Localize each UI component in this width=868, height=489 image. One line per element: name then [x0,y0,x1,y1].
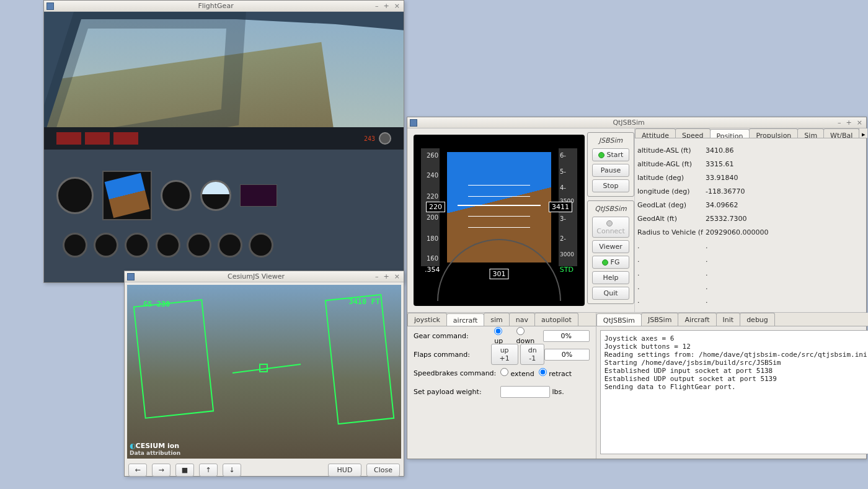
payload-label: Set payload weight: [414,388,500,396]
data-row: Radius to Vehicle (f20929060.000000 [637,225,865,239]
log-output[interactable]: Joystick axes = 6 Joystick buttons = 12 … [600,330,868,454]
viewer-button[interactable]: Viewer [592,240,629,253]
nav-down-button[interactable]: ↓ [223,464,241,477]
data-tabbar: AttitudeSpeedPositionPropulsionSimWt/Bal… [635,128,867,138]
cesium-viewport[interactable]: GS 230 3410 FT ◐CESIUM ion Data attribut… [127,285,401,459]
flightgear-viewport[interactable]: 243 [44,12,404,282]
tab-sim[interactable]: sim [484,313,510,326]
tab-speed[interactable]: Speed [675,128,710,138]
start-button[interactable]: Start [592,148,629,161]
gear-pct: 0% [543,330,590,342]
gear-label: Gear command: [414,332,494,340]
app-icon [127,273,135,280]
maximize-icon[interactable]: + [845,119,853,127]
tab-log-jsbsim[interactable]: JSBSim [641,313,678,326]
fg-button[interactable]: FG [592,256,629,269]
minimize-icon[interactable]: – [374,2,380,10]
jsbsim-controls: JSBSim Start Pause Stop [587,132,634,197]
baro-std: STD [560,266,574,274]
tab-nav[interactable]: nav [509,313,535,326]
tab-log-aircraft[interactable]: Aircraft [678,313,716,326]
flaps-dn-button[interactable]: dn -1 [520,344,544,365]
maximize-icon[interactable]: + [383,272,391,280]
nav-up-button[interactable]: ↑ [199,464,218,477]
data-row: longitude (deg)-118.36770 [637,184,865,198]
data-row: .. [637,239,865,253]
payload-unit: lbs. [552,388,564,396]
hud-groundspeed: GS 230 [143,300,170,308]
nav-stop-button[interactable]: ■ [175,464,194,477]
tab-attitude[interactable]: Attitude [635,128,676,138]
altitude-readout: 3411 [549,202,572,212]
pause-button[interactable]: Pause [592,164,629,177]
sb-retract-radio[interactable]: retract [539,368,572,378]
cesium-titlebar[interactable]: CesiumJS Viewer – + × [125,271,404,282]
close-button[interactable]: Close [366,464,400,477]
data-row: GeodLat (deg)34.09662 [637,198,865,212]
data-row: .. [637,266,865,280]
tab-sim[interactable]: Sim [797,128,824,138]
gear-up-radio[interactable]: up [494,327,512,345]
close-icon[interactable]: × [393,2,401,10]
tab-log-init[interactable]: Init [716,313,741,326]
lower-tabbar: joystickaircraftsimnavautopilot [407,313,596,326]
data-row: latitude (deg)33.91840 [637,171,865,184]
payload-input[interactable] [500,386,550,398]
flaps-up-button[interactable]: up +1 [491,344,518,365]
tab-wt/bal[interactable]: Wt/Bal [823,128,859,138]
tab-propulsion[interactable]: Propulsion [749,128,798,138]
data-row: .. [637,253,865,266]
gear-down-radio[interactable]: down [516,327,543,345]
app-icon [46,2,54,10]
close-icon[interactable]: × [856,119,864,127]
heading-indicator: 301 [437,270,561,301]
data-attribution[interactable]: Data attribution [130,450,180,456]
sb-extend-radio[interactable]: extend [500,368,534,378]
minimize-icon[interactable]: – [374,272,380,280]
log-tabbar: QtJSBSimJSBSimAircraftInitdebug [596,313,868,326]
nav-right-button[interactable]: → [152,464,170,477]
tab-position[interactable]: Position [710,129,750,138]
heading-readout: 301 [490,269,509,279]
primary-flight-display: 260 240 220 200 180 160 6- 5- 4- 3500 3-… [414,135,585,306]
stop-button[interactable]: Stop [592,179,629,192]
qtjsbsim-titlebar[interactable]: QtJSBSim – + × [407,117,866,128]
svg-rect-5 [260,364,267,372]
data-row: GeodAlt (ft)25332.7300 [637,212,865,225]
data-table: altitude-ASL (ft)3410.86altitude-AGL (ft… [635,138,867,312]
cesium-window: CesiumJS Viewer – + × GS 230 3410 FT ◐CE… [124,271,404,477]
app-icon [410,119,417,127]
flaps-label: Flaps command: [414,351,491,359]
quit-button[interactable]: Quit [592,287,629,300]
tab-log-qtjsbsim[interactable]: QtJSBSim [596,313,642,326]
qtjsbsim-window: QtJSBSim – + × 260 240 [407,117,867,459]
flightgear-window: FlightGear – + × 243 [43,0,404,283]
flaps-pct: 0% [544,349,589,361]
hud-altitude: 3410 FT [348,297,380,306]
hud-button[interactable]: HUD [328,464,361,477]
tab-joystick[interactable]: joystick [407,313,447,326]
help-button[interactable]: Help [592,271,629,284]
tab-autopilot[interactable]: autopilot [534,313,578,326]
close-icon[interactable]: × [393,272,401,280]
aircraft-panel: joystickaircraftsimnavautopilot Gear com… [407,313,596,459]
speedbrakes-label: Speedbrakes command: [414,369,500,377]
svg-rect-2 [134,300,213,418]
svg-rect-3 [326,295,394,424]
data-row: altitude-AGL (ft)3315.61 [637,157,865,171]
connect-button[interactable]: Connect [592,217,629,238]
airspeed-readout: 220 [426,202,445,212]
maximize-icon[interactable]: + [383,2,391,10]
window-title: CesiumJS Viewer [138,272,374,280]
nav-left-button[interactable]: ← [128,464,147,477]
tab-log-debug[interactable]: debug [740,313,775,326]
tab-aircraft[interactable]: aircraft [446,313,484,326]
tab-scroll-right-icon[interactable]: ▸ [859,128,867,138]
data-panel: AttitudeSpeedPositionPropulsionSimWt/Bal… [634,128,867,312]
log-panel: QtJSBSimJSBSimAircraftInitdebug Joystick… [596,313,868,459]
window-title: FlightGear [58,2,374,10]
window-title: QtJSBSim [421,119,836,127]
minimize-icon[interactable]: – [836,119,843,127]
cesium-logo: CESIUM ion [136,442,179,450]
flightgear-titlebar[interactable]: FlightGear – + × [44,1,404,12]
